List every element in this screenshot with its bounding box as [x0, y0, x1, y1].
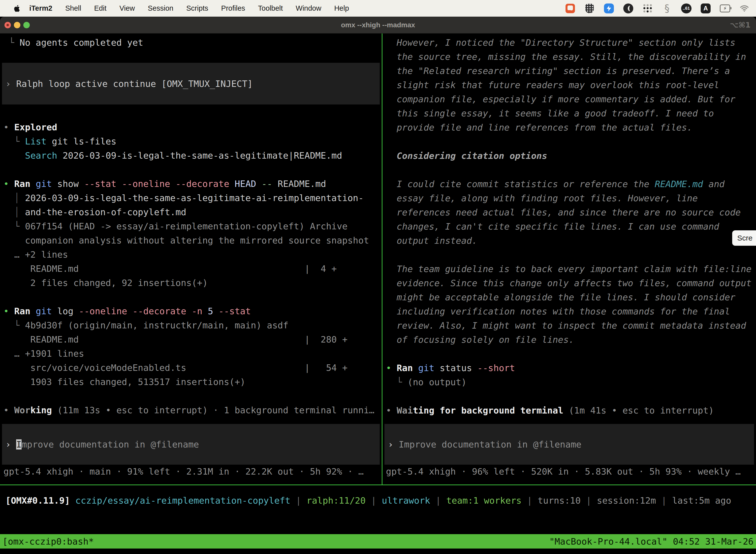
- terminal-line: including verification notes with those …: [382, 304, 756, 319]
- a-app-label: A: [701, 3, 711, 13]
- terminal-line: • Explored: [0, 120, 382, 134]
- right-pane-output-lines: However, I noticed the "Directory Struct…: [382, 36, 756, 418]
- badge-61-label: ..61: [681, 3, 692, 13]
- prompt-chevron: ›: [5, 79, 16, 89]
- terminal-line: Considering citation options: [382, 149, 756, 163]
- ralph-loop-text: Ralph loop active continue [OMX_TMUX_INJ…: [16, 79, 253, 89]
- terminal-line: essay file, along with finding root file…: [382, 191, 756, 205]
- menu-item[interactable]: iTerm2: [29, 4, 59, 12]
- menu-item[interactable]: Scripts: [180, 4, 215, 12]
- terminal-line: review. Also, I might want to inspect th…: [382, 319, 756, 333]
- terminal-line: src/voice/voiceModeEnabled.ts | 54 +: [0, 361, 382, 375]
- menu-item[interactable]: Window: [289, 4, 328, 12]
- terminal-line: └ List git ls-files: [0, 134, 382, 149]
- prompt-chevron: ›: [5, 439, 16, 449]
- terminal-line: [382, 134, 756, 149]
- badge-61-icon[interactable]: ..61: [681, 3, 692, 14]
- terminal-line: of focusing solely on file lines.: [382, 333, 756, 347]
- shield-grid-icon[interactable]: [584, 3, 595, 14]
- menu-status-icons: § ..61 A ⚡: [565, 3, 750, 14]
- terminal-line: Search 2026-03-09-is-legal-the-same-as-l…: [0, 149, 382, 163]
- terminal-line: 2 files changed, 92 insertions(+): [0, 276, 382, 290]
- terminal-line: references need actual files, and since …: [382, 205, 756, 219]
- terminal-line: [382, 389, 756, 403]
- terminal-line: README.md | 280 +: [0, 332, 382, 346]
- terminal-line: … +1901 lines: [0, 346, 382, 361]
- prompt-chevron: ›: [388, 439, 398, 449]
- placeholder-text: mprove documentation in @filename: [21, 439, 199, 449]
- text-cursor: I: [16, 439, 21, 449]
- terminal-line: [382, 347, 756, 361]
- terminal-line: However, I noticed the "Directory Struct…: [382, 36, 756, 50]
- tmux-session-name: [omx-cczip0:bash*: [2, 536, 94, 547]
- terminal-line: • Ran git status --short: [382, 361, 756, 375]
- menu-item[interactable]: Help: [328, 4, 356, 12]
- menu-item[interactable]: Profiles: [215, 4, 252, 12]
- terminal-line: the source tree, missing the essay. Stil…: [382, 50, 756, 64]
- terminal-line: [OMX#0.11.9] cczip/essay/ai-reimplementa…: [2, 493, 756, 508]
- terminal-line: slight risk that future readers may over…: [382, 78, 756, 92]
- terminal-line: evidence. Since this change only affects…: [382, 276, 756, 290]
- battery-icon[interactable]: ⚡: [720, 3, 730, 14]
- terminal-line: might be acceptable alongside the file l…: [382, 290, 756, 304]
- terminal-line: [0, 290, 382, 304]
- hook-icon[interactable]: §: [662, 3, 672, 14]
- terminal-line: • Waiting for background terminal (1m 41…: [382, 403, 756, 418]
- window-title: omx --xhigh --madmax: [0, 17, 756, 33]
- left-pane-output-lines: • Explored └ List git ls-files Search 20…: [0, 120, 382, 417]
- right-compose-input[interactable]: › Improve documentation in @filename: [384, 424, 754, 465]
- terminal-line: [0, 389, 382, 403]
- menu-items: iTerm2ShellEditViewSessionScriptsProfile…: [29, 4, 356, 12]
- terminal-line: [0, 163, 382, 177]
- screenshot-tooltip[interactable]: Scre: [732, 230, 756, 246]
- terminal-line: 1903 files changed, 513517 insertions(+): [0, 375, 382, 389]
- placeholder-text: Improve documentation in @filename: [398, 439, 581, 449]
- blue-bolt-icon[interactable]: [604, 3, 614, 14]
- a-app-icon[interactable]: A: [700, 3, 711, 14]
- iterm2-window: omx --xhigh --madmax ⌥⌘1 └ No agents com…: [0, 17, 756, 554]
- tmux-pane-right[interactable]: However, I noticed the "Directory Struct…: [382, 34, 756, 485]
- tmux-status-bar: [omx-cczip0:bash* "MacBook-Pro-44.local"…: [0, 534, 756, 549]
- window-titlebar[interactable]: omx --xhigh --madmax ⌥⌘1: [0, 17, 756, 34]
- terminal-line: The team guideline is to back every impo…: [382, 262, 756, 276]
- wifi-icon[interactable]: [739, 3, 750, 14]
- menu-item[interactable]: Toolbelt: [252, 4, 289, 12]
- window-shortcut-badge: ⌥⌘1: [730, 17, 751, 33]
- terminal-line: changes, I can't cite specific file line…: [382, 219, 756, 233]
- terminal-line: └ (no output): [382, 375, 756, 389]
- left-compose-input[interactable]: › Improve documentation in @filename: [2, 424, 380, 465]
- terminal-line: README.md | 4 +: [0, 262, 382, 276]
- menu-item[interactable]: Session: [141, 4, 180, 12]
- terminal-line: • Working (11m 13s • esc to interrupt) ·…: [0, 403, 382, 417]
- crescent-icon[interactable]: [623, 3, 633, 14]
- terminal-line: [382, 163, 756, 177]
- dots-grid-icon[interactable]: [642, 3, 653, 14]
- terminal-line: companion file, especially if more comme…: [382, 92, 756, 106]
- omx-session-status-line: [OMX#0.11.9] cczip/essay/ai-reimplementa…: [0, 493, 756, 508]
- terminal-line: companion analysis without altering the …: [0, 233, 382, 247]
- apple-menu-icon[interactable]: [14, 5, 20, 12]
- terminal-line: … +2 lines: [0, 247, 382, 262]
- terminal-line: │ 2026-03-09-is-legal-the-same-as-legiti…: [0, 191, 382, 205]
- pane-divider-horizontal[interactable]: [0, 485, 756, 485]
- terminal-line: └ 4b9d30f (origin/main, instructkr/main,…: [0, 318, 382, 332]
- ralph-loop-command-box[interactable]: › Ralph loop active continue [OMX_TMUX_I…: [2, 63, 380, 105]
- menu-item[interactable]: Shell: [59, 4, 88, 12]
- terminal-line: output instead.: [382, 233, 756, 248]
- menu-item[interactable]: Edit: [87, 4, 113, 12]
- right-model-status-line: gpt-5.4 xhigh · 96% left · 520K in · 5.8…: [382, 464, 756, 479]
- terminal-line: I could cite commit statistics or refere…: [382, 177, 756, 191]
- macos-menu-bar: iTerm2ShellEditViewSessionScriptsProfile…: [0, 0, 756, 17]
- terminal-line: • Ran git log --oneline --decorate -n 5 …: [0, 304, 382, 318]
- terminal-line: [382, 248, 756, 262]
- terminal-line: provide file and line references from th…: [382, 120, 756, 134]
- messages-icon[interactable]: [565, 3, 575, 14]
- menu-item[interactable]: View: [113, 4, 141, 12]
- terminal-area: └ No agents completed yet › Ralph loop a…: [0, 34, 756, 554]
- tmux-host-clock: "MacBook-Pro-44.local" 04:52 31-Mar-26: [549, 536, 754, 547]
- left-pane-top-lines: └ No agents completed yet: [0, 36, 382, 50]
- terminal-line: the "Related research writing" section i…: [382, 64, 756, 78]
- terminal-line: └ 067f154 (HEAD -> essay/ai-reimplementa…: [0, 219, 382, 233]
- tmux-pane-left[interactable]: └ No agents completed yet › Ralph loop a…: [0, 34, 382, 485]
- terminal-line: this single essay, it seems like a good …: [382, 106, 756, 120]
